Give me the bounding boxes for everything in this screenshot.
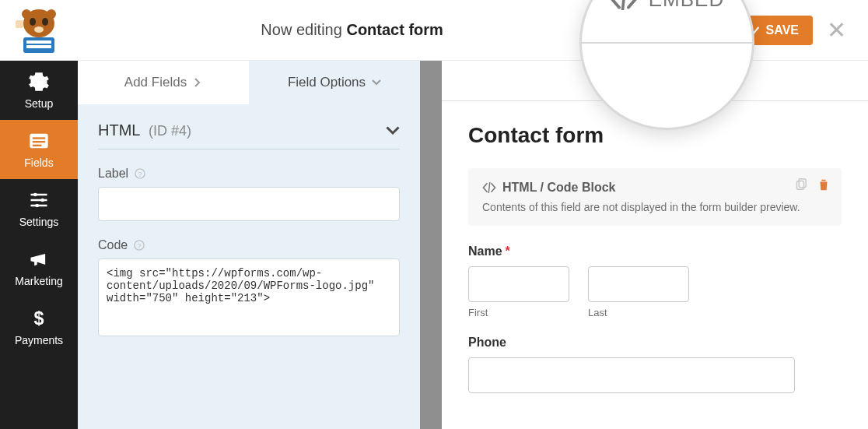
svg-text:$: $ [34,308,44,329]
svg-rect-11 [33,137,45,139]
megaphone-icon [28,248,50,270]
name-field[interactable]: Name* First Last [468,244,842,318]
panel-divider [420,61,442,429]
form-name: Contact form [346,21,443,38]
required-indicator: * [506,244,510,258]
sidebar-item-marketing[interactable]: Marketing [0,238,78,297]
svg-point-16 [35,204,39,208]
editing-title: Now editing Contact form [78,21,626,39]
label-field-label: Label ? [98,167,400,181]
sidebar-item-label: Fields [24,156,53,169]
options-panel: Add Fields Field Options HTML (ID #4) [78,61,420,429]
close-icon[interactable]: ✕ [827,16,846,44]
chevron-right-icon [193,78,202,87]
preview-body: Contact form HTML / Code Block Contents … [442,101,868,429]
svg-text:?: ? [138,242,142,250]
code-field-label: Code ? [98,238,400,252]
duplicate-icon[interactable] [793,178,807,192]
svg-text:?: ? [138,171,142,178]
sidebar-item-label: Payments [15,334,63,346]
save-label: SAVE [766,23,799,37]
first-sublabel: First [468,307,569,318]
svg-point-5 [47,9,56,19]
code-block-header: HTML / Code Block [482,181,828,195]
chevron-down-icon [386,124,400,138]
svg-rect-23 [799,179,806,188]
sidebar-item-setup[interactable]: Setup [0,61,78,120]
field-header[interactable]: HTML (ID #4) [98,121,400,149]
svg-point-15 [40,199,44,202]
tab-label: Field Options [288,75,366,90]
gear-icon [28,71,50,93]
field-id-label: (ID #4) [149,123,191,139]
svg-rect-12 [33,141,45,142]
tab-field-options[interactable]: Field Options [249,61,420,104]
svg-point-4 [22,9,31,19]
last-sublabel: Last [588,307,689,318]
phone-input[interactable] [468,357,795,393]
sidebar-item-label: Settings [19,216,59,228]
options-body: HTML (ID #4) Label ? Code ? <img src="ht… [78,104,420,357]
field-label: Name* [468,244,510,258]
svg-point-3 [34,26,44,33]
help-icon[interactable]: ? [135,168,145,179]
phone-field[interactable]: Phone [468,336,842,393]
content: Add Fields Field Options HTML (ID #4) [78,61,868,429]
svg-rect-22 [797,181,804,190]
html-code-block-preview[interactable]: HTML / Code Block Contents of this field… [468,168,842,226]
code-textarea[interactable]: <img src="https://wpforms.com/wp-content… [98,258,400,336]
sliders-icon [28,189,50,211]
sidebar: Setup Fields Settings Marketing $ Paymen… [0,61,78,429]
sidebar-item-label: Marketing [15,275,62,287]
field-label: Phone [468,336,506,350]
chevron-down-icon [372,78,381,87]
first-name-input[interactable] [468,266,569,302]
block-actions [793,178,831,192]
svg-point-2 [42,18,48,26]
last-name-input[interactable] [588,266,689,302]
editing-prefix: Now editing [261,21,342,38]
app-logo [0,0,78,61]
svg-point-14 [33,193,37,197]
label-input[interactable] [98,187,400,221]
tab-label: Add Fields [124,75,187,90]
sidebar-item-payments[interactable]: $ Payments [0,297,78,357]
sidebar-item-label: Setup [25,97,54,110]
main-area: Setup Fields Settings Marketing $ Paymen… [0,61,868,429]
svg-rect-8 [26,45,51,48]
trash-icon[interactable] [817,178,831,192]
svg-point-1 [30,18,36,26]
svg-rect-9 [16,20,23,28]
tab-add-fields[interactable]: Add Fields [78,61,249,104]
help-icon[interactable]: ? [134,240,145,251]
panel-tabs: Add Fields Field Options [78,61,420,104]
svg-rect-13 [33,145,42,146]
svg-rect-7 [26,40,51,44]
magnifier-label: EMBED [649,0,724,12]
list-icon [28,130,50,152]
sidebar-item-settings[interactable]: Settings [0,179,78,238]
code-icon [482,182,496,193]
code-block-description: Contents of this field are not displayed… [482,201,828,213]
field-type-label: HTML [98,121,140,139]
dollar-icon: $ [28,308,50,329]
sidebar-item-fields[interactable]: Fields [0,120,78,179]
code-icon [610,0,638,10]
